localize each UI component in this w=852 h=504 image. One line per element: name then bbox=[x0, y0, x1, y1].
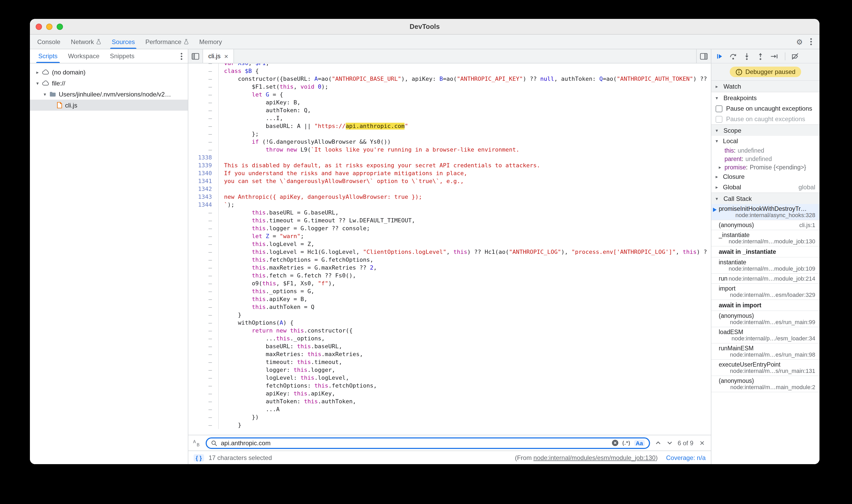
code-line-text[interactable]: ...this._options, bbox=[219, 335, 325, 342]
line-number-gutter[interactable]: – bbox=[188, 114, 219, 122]
scope-variable-this[interactable]: this:undefined bbox=[711, 146, 819, 155]
code-line-text[interactable]: o9(this, $F1, Xs0, "f"), bbox=[219, 280, 335, 287]
line-number-gutter[interactable]: – bbox=[188, 358, 219, 366]
tab-console[interactable]: Console bbox=[32, 35, 66, 49]
coverage-link[interactable]: Coverage: n/a bbox=[666, 454, 706, 461]
checkbox[interactable] bbox=[715, 116, 723, 123]
disclosure-triangle-icon[interactable]: ▸ bbox=[719, 165, 725, 170]
call-stack-frame-run[interactable]: runnode:internal/m…module_job:214 bbox=[711, 274, 819, 284]
code-line-text[interactable]: this.apiKey = B, bbox=[219, 295, 307, 303]
close-tab-icon[interactable]: × bbox=[224, 53, 228, 59]
titlebar[interactable]: DevTools bbox=[30, 19, 819, 35]
source-origin-link[interactable]: node:internal/modules/esm/module_job:130 bbox=[534, 454, 656, 461]
call-stack-frame-executeuserentrypoint[interactable]: executeUserEntryPointnode:internal/m…s/r… bbox=[711, 360, 819, 376]
code-line-text[interactable]: logger: this.logger, bbox=[219, 366, 335, 374]
code-line-text[interactable]: $F1.set(this, void 0); bbox=[219, 83, 328, 91]
code-line-text[interactable]: baseURL: A || "https://api.anthropic.com… bbox=[219, 122, 408, 130]
file-tab-cli-js[interactable]: cli.js × bbox=[203, 49, 234, 63]
line-number-gutter[interactable]: – bbox=[188, 319, 219, 327]
breakpoints-section-header[interactable]: ▾ Breakpoints bbox=[711, 92, 819, 103]
code-line-text[interactable]: logLevel: this.logLevel, bbox=[219, 374, 349, 382]
scope-variable-parent[interactable]: parent:undefined bbox=[711, 155, 819, 163]
code-line-text[interactable]: This is disabled by default, as it risks… bbox=[219, 162, 540, 169]
line-number-gutter[interactable]: – bbox=[188, 232, 219, 240]
line-number-gutter[interactable]: – bbox=[188, 280, 219, 287]
code-line-text[interactable]: this.logger = G.logger ?? console; bbox=[219, 224, 370, 232]
scope-group-closure[interactable]: ▸Closure bbox=[711, 172, 819, 182]
scope-variable-promise[interactable]: ▸promise:Promise {<pending>} bbox=[711, 163, 819, 172]
navigator-more-icon[interactable] bbox=[175, 49, 188, 63]
code-line-text[interactable]: `); bbox=[219, 201, 234, 209]
line-number-gutter[interactable]: – bbox=[188, 91, 219, 98]
tree-item-file[interactable]: ▾file:// bbox=[30, 78, 188, 89]
scope-section-header[interactable]: ▾ Scope bbox=[711, 124, 819, 136]
line-number-gutter[interactable]: – bbox=[188, 382, 219, 390]
call-stack-frame-loadesm[interactable]: loadESMnode:internal/p…/esm_loader:34 bbox=[711, 327, 819, 343]
line-number-gutter[interactable]: – bbox=[188, 146, 219, 154]
code-line-text[interactable]: return new this.constructor({ bbox=[219, 327, 353, 335]
code-line-text[interactable] bbox=[219, 154, 224, 162]
line-number-gutter[interactable]: – bbox=[188, 248, 219, 256]
tab-performance[interactable]: Performance bbox=[140, 35, 194, 49]
scope-group-global[interactable]: ▸Globalglobal bbox=[711, 182, 819, 193]
line-number-gutter[interactable]: – bbox=[188, 106, 219, 114]
line-number-gutter[interactable]: – bbox=[188, 64, 219, 67]
line-number-gutter[interactable]: 1341 bbox=[188, 177, 219, 185]
checkbox[interactable] bbox=[715, 105, 723, 112]
code-line-text[interactable]: baseURL: this.baseURL, bbox=[219, 342, 342, 350]
code-line-text[interactable]: throw new L9(`It looks like you're runni… bbox=[219, 146, 519, 154]
navigator-tab-snippets[interactable]: Snippets bbox=[105, 49, 140, 63]
toggle-navigator-icon[interactable] bbox=[188, 49, 203, 63]
call-stack-frame-anonymous[interactable]: (anonymous)node:internal/m…main_module:2 bbox=[711, 376, 819, 392]
line-number-gutter[interactable]: – bbox=[188, 366, 219, 374]
line-number-gutter[interactable]: – bbox=[188, 413, 219, 421]
tree-item-no-domain[interactable]: ▸(no domain) bbox=[30, 67, 188, 78]
code-line-text[interactable]: let Z = "warn"; bbox=[219, 232, 304, 240]
line-number-gutter[interactable]: – bbox=[188, 327, 219, 335]
step-over-button-icon[interactable] bbox=[729, 52, 737, 60]
line-number-gutter[interactable]: 1343 bbox=[188, 193, 219, 201]
line-number-gutter[interactable]: – bbox=[188, 421, 219, 429]
close-search-icon[interactable]: × bbox=[698, 439, 706, 447]
search-input[interactable]: api.anthropic.com (.*) Aa bbox=[206, 437, 650, 449]
scope-group-local[interactable]: ▾Local bbox=[711, 136, 819, 146]
deactivate-breakpoints-icon[interactable] bbox=[791, 52, 799, 60]
disclosure-triangle-icon[interactable]: ▾ bbox=[41, 91, 48, 97]
resume-button-icon[interactable] bbox=[715, 52, 724, 60]
code-editor[interactable]: –var Xs0, $F1,–class $B {– constructor({… bbox=[188, 64, 711, 435]
code-line-text[interactable]: this.timeout = G.timeout ?? Lw.DEFAULT_T… bbox=[219, 217, 415, 224]
line-number-gutter[interactable]: – bbox=[188, 240, 219, 248]
code-line-text[interactable]: fetchOptions: this.fetchOptions, bbox=[219, 382, 377, 390]
previous-match-button[interactable] bbox=[655, 439, 661, 446]
line-number-gutter[interactable]: – bbox=[188, 406, 219, 413]
code-line-text[interactable]: you can set the \`dangerouslyAllowBrowse… bbox=[219, 177, 464, 185]
code-line-text[interactable]: } bbox=[219, 421, 241, 429]
step-button-icon[interactable] bbox=[770, 52, 778, 60]
line-number-gutter[interactable]: – bbox=[188, 224, 219, 232]
code-line-text[interactable]: constructor({baseURL: A=ao("ANTHROPIC_BA… bbox=[219, 75, 711, 83]
code-line-text[interactable]: maxRetries: this.maxRetries, bbox=[219, 350, 363, 358]
call-stack-frame-import[interactable]: importnode:internal/m…esm/loader:329 bbox=[711, 284, 819, 300]
code-line-text[interactable]: withOptions(A) { bbox=[219, 319, 294, 327]
line-number-gutter[interactable]: – bbox=[188, 350, 219, 358]
toggle-debugger-icon[interactable] bbox=[696, 49, 711, 63]
line-number-gutter[interactable]: – bbox=[188, 122, 219, 130]
code-line-text[interactable]: this.authToken = Q bbox=[219, 303, 314, 311]
line-number-gutter[interactable]: – bbox=[188, 398, 219, 406]
breakpoint-option-pause-on-uncaught-exceptions[interactable]: Pause on uncaught exceptions bbox=[711, 103, 819, 114]
line-number-gutter[interactable]: – bbox=[188, 217, 219, 224]
call-stack-frame-promiseinithookwithdestroytr[interactable]: promiseInitHookWithDestroyTr…node:intern… bbox=[711, 204, 819, 220]
disclosure-triangle-icon[interactable]: ▸ bbox=[34, 70, 41, 75]
navigator-tab-scripts[interactable]: Scripts bbox=[33, 49, 63, 63]
line-number-gutter[interactable]: – bbox=[188, 209, 219, 217]
code-line-text[interactable]: this._options = G, bbox=[219, 287, 314, 295]
tree-item-users-jinhuilee-nvm-versions-node-v2[interactable]: ▾Users/jinhuilee/.nvm/versions/node/v2… bbox=[30, 89, 188, 100]
line-number-gutter[interactable]: – bbox=[188, 272, 219, 280]
call-stack-frame-instantiate[interactable]: instantiatenode:internal/m…module_job:10… bbox=[711, 257, 819, 274]
code-line-text[interactable]: if (!G.dangerouslyAllowBrowser && Ys0()) bbox=[219, 138, 391, 146]
line-number-gutter[interactable]: 1338 bbox=[188, 154, 219, 162]
call-stack-section-header[interactable]: ▾ Call Stack bbox=[711, 193, 819, 204]
code-line-text[interactable]: authToken: this.authToken, bbox=[219, 398, 356, 406]
code-line-text[interactable]: } bbox=[219, 311, 241, 319]
code-line-text[interactable] bbox=[219, 185, 224, 193]
